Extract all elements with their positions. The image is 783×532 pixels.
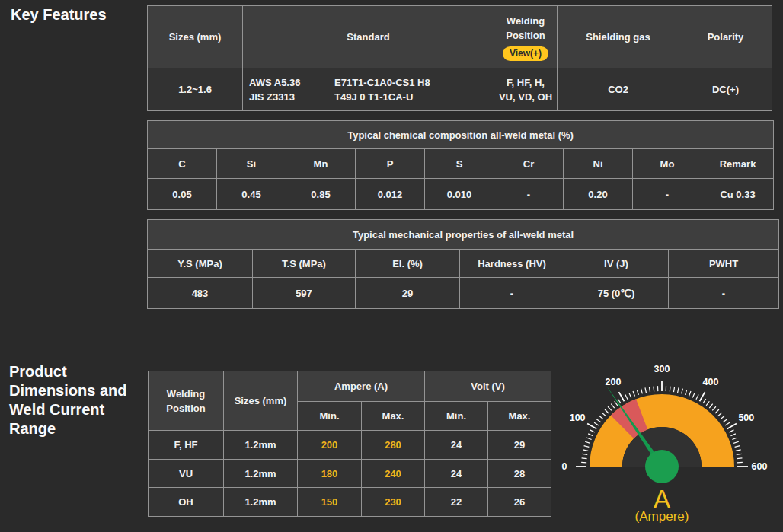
product-range-heading: Product Dimensions and Weld Current Rang… bbox=[9, 362, 146, 438]
range-header-ampere-max: Max. bbox=[362, 402, 425, 431]
spec-table: Sizes (mm) Standard Welding Position Vie… bbox=[147, 5, 772, 111]
mech-value-row: 483 597 29 - 75 (0℃) - bbox=[148, 278, 779, 309]
chem-value-mn: 0.85 bbox=[286, 179, 356, 210]
chem-header-mn: Mn bbox=[286, 149, 356, 179]
range-volt-min: 24 bbox=[425, 431, 488, 460]
spec-header-polarity: Polarity bbox=[679, 6, 772, 68]
spec-header-welding-position: Welding Position View(+) bbox=[494, 6, 558, 68]
spec-standard-classes: E71T1-C1A0-CS1 H8 T49J 0 T1-1CA-U bbox=[328, 68, 494, 111]
chem-value-remark: Cu 0.33 bbox=[702, 179, 774, 210]
chem-header-si: Si bbox=[217, 149, 286, 179]
mech-header-el: El. (%) bbox=[356, 250, 460, 278]
svg-text:100: 100 bbox=[570, 413, 586, 423]
range-position: F, HF bbox=[149, 431, 224, 460]
table-row: VU 1.2mm 180 240 24 28 bbox=[149, 460, 551, 488]
mech-header-iv: IV (J) bbox=[564, 250, 669, 278]
welding-position-label: Welding Position bbox=[497, 14, 554, 43]
spec-header-sizes: Sizes (mm) bbox=[148, 6, 243, 68]
key-features-heading: Key Features bbox=[11, 5, 107, 24]
chemical-composition-table: Typical chemical composition all-weld me… bbox=[147, 120, 774, 210]
chem-value-s: 0.010 bbox=[425, 179, 494, 210]
ampere-gauge-chart: 0100200300400500600A(Ampere) bbox=[552, 352, 781, 532]
mech-value-ys: 483 bbox=[148, 278, 253, 309]
chem-value-cr: - bbox=[494, 179, 564, 210]
table-row: F, HF 1.2mm 200 280 24 29 bbox=[149, 431, 551, 460]
mech-value-hardness: - bbox=[460, 278, 564, 309]
mech-value-iv: 75 (0℃) bbox=[564, 278, 669, 309]
svg-text:500: 500 bbox=[738, 413, 754, 423]
spec-standard-codes: AWS A5.36 JIS Z3313 bbox=[243, 68, 328, 111]
range-header-ampere-min: Min. bbox=[298, 402, 362, 431]
range-volt-max: 26 bbox=[488, 488, 551, 517]
range-volt-min: 24 bbox=[425, 460, 488, 488]
range-ampere-max: 280 bbox=[362, 431, 425, 460]
range-volt-max: 28 bbox=[488, 460, 551, 488]
mech-header-row: Y.S (MPa) T.S (MPa) El. (%) Hardness (HV… bbox=[148, 250, 779, 278]
range-position: VU bbox=[149, 460, 224, 488]
svg-text:200: 200 bbox=[606, 377, 622, 387]
spec-welding-position-value: F, HF, H, VU, VD, OH bbox=[494, 68, 558, 111]
range-header-welding-position: Welding Position bbox=[149, 371, 224, 431]
spec-header-standard: Standard bbox=[243, 6, 494, 68]
table-row: OH 1.2mm 150 230 22 26 bbox=[149, 488, 551, 517]
chem-header-p: P bbox=[356, 149, 425, 179]
spec-shielding-gas-value: CO2 bbox=[558, 68, 679, 111]
mech-value-ts: 597 bbox=[253, 278, 356, 309]
range-header-volt-max: Max. bbox=[488, 402, 551, 431]
chem-value-p: 0.012 bbox=[356, 179, 425, 210]
chem-header-cr: Cr bbox=[494, 149, 564, 179]
standard-code-line: AWS A5.36 bbox=[249, 75, 324, 90]
range-header-volt: Volt (V) bbox=[425, 371, 551, 402]
range-ampere-min: 180 bbox=[298, 460, 362, 488]
chem-value-row: 0.05 0.45 0.85 0.012 0.010 - 0.20 - Cu 0… bbox=[148, 179, 774, 210]
mech-header-hardness: Hardness (HV) bbox=[460, 250, 564, 278]
range-position: OH bbox=[149, 488, 224, 517]
range-size: 1.2mm bbox=[224, 488, 298, 517]
mech-header-ys: Y.S (MPa) bbox=[148, 250, 253, 278]
mech-value-pwht: - bbox=[669, 278, 779, 309]
range-ampere-min: 150 bbox=[298, 488, 362, 517]
chem-header-c: C bbox=[148, 149, 217, 179]
standard-code-line: JIS Z3313 bbox=[249, 90, 324, 104]
range-ampere-max: 240 bbox=[362, 460, 425, 488]
mech-value-el: 29 bbox=[356, 278, 460, 309]
svg-text:400: 400 bbox=[703, 377, 719, 387]
spec-header-shielding-gas: Shielding gas bbox=[558, 6, 679, 68]
chem-value-si: 0.45 bbox=[217, 179, 286, 210]
range-size: 1.2mm bbox=[224, 431, 298, 460]
view-button[interactable]: View(+) bbox=[503, 46, 548, 61]
mech-header-pwht: PWHT bbox=[669, 250, 779, 278]
mech-table-title: Typical mechanical properties of all-wel… bbox=[148, 220, 779, 250]
chem-header-mo: Mo bbox=[633, 149, 702, 179]
range-ampere-min: 200 bbox=[298, 431, 362, 460]
spec-sizes-value: 1.2~1.6 bbox=[148, 68, 243, 111]
range-size: 1.2mm bbox=[224, 460, 298, 488]
chem-value-ni: 0.20 bbox=[564, 179, 633, 210]
standard-class-line: T49J 0 T1-1CA-U bbox=[334, 90, 491, 104]
range-header-volt-min: Min. bbox=[425, 402, 488, 431]
spec-row: 1.2~1.6 AWS A5.36 JIS Z3313 E71T1-C1A0-C… bbox=[148, 68, 772, 111]
chem-value-c: 0.05 bbox=[148, 179, 217, 210]
chem-value-mo: - bbox=[633, 179, 702, 210]
range-header-ampere: Ampere (A) bbox=[298, 371, 425, 402]
mech-header-ts: T.S (MPa) bbox=[253, 250, 356, 278]
range-volt-max: 29 bbox=[488, 431, 551, 460]
svg-text:600: 600 bbox=[752, 461, 768, 472]
chem-header-s: S bbox=[425, 149, 494, 179]
range-header-sizes: Sizes (mm) bbox=[224, 371, 298, 431]
range-ampere-max: 230 bbox=[362, 488, 425, 517]
chem-header-remark: Remark bbox=[702, 149, 774, 179]
svg-text:(Ampere): (Ampere) bbox=[635, 509, 689, 524]
range-volt-min: 22 bbox=[425, 488, 488, 517]
ampere-gauge: 0100200300400500600A(Ampere) bbox=[552, 352, 781, 532]
mechanical-properties-table: Typical mechanical properties of all-wel… bbox=[147, 219, 779, 309]
chem-header-ni: Ni bbox=[564, 149, 633, 179]
chem-table-title: Typical chemical composition all-weld me… bbox=[148, 121, 774, 149]
current-range-table: Welding Position Sizes (mm) Ampere (A) V… bbox=[148, 371, 551, 517]
spec-polarity-value: DC(+) bbox=[679, 68, 772, 111]
standard-class-line: E71T1-C1A0-CS1 H8 bbox=[334, 75, 491, 90]
svg-text:300: 300 bbox=[654, 364, 670, 374]
chem-header-row: C Si Mn P S Cr Ni Mo Remark bbox=[148, 149, 774, 179]
svg-text:0: 0 bbox=[562, 461, 567, 472]
